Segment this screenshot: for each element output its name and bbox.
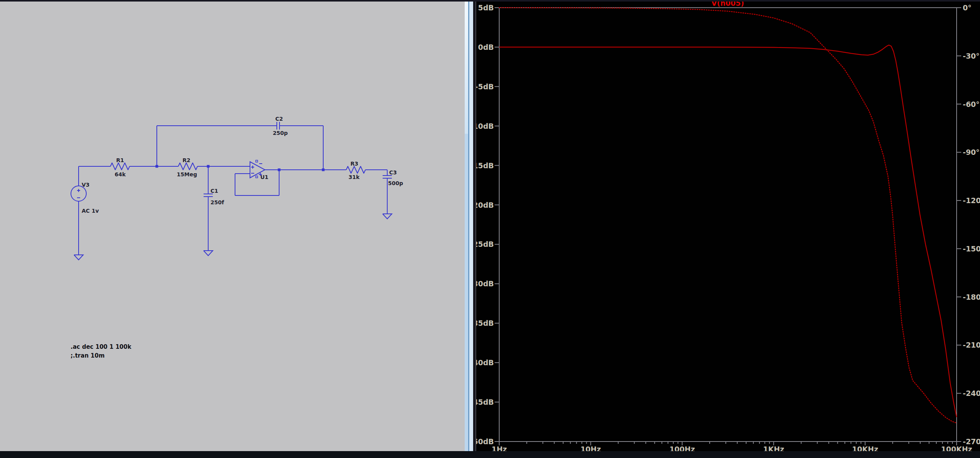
resistor-R3[interactable] — [346, 166, 365, 173]
label-C1-value[interactable]: 250f — [210, 199, 224, 205]
left-axis-label: -30dB — [476, 279, 494, 288]
resistor-R2[interactable] — [178, 163, 197, 170]
label-R2-name[interactable]: R2 — [183, 157, 191, 163]
left-axis-label: -15dB — [476, 161, 494, 170]
left-axis-label: -20dB — [476, 201, 494, 209]
right-axis-label: -210° — [963, 341, 980, 349]
freq-axis-label: 1KHz — [763, 445, 784, 451]
label-V3-value[interactable]: AC 1v — [82, 208, 99, 214]
label-V3-name[interactable]: V3 — [82, 182, 90, 188]
ground-symbol[interactable] — [383, 214, 392, 219]
label-C3-name[interactable]: C3 — [389, 169, 397, 176]
pane-scrollbar[interactable] — [465, 2, 473, 451]
label-U1-name[interactable]: U1 — [260, 174, 268, 180]
ground-symbol[interactable] — [204, 251, 213, 256]
label-R1-name[interactable]: R1 — [116, 157, 124, 163]
label-R3-value[interactable]: 31k — [349, 174, 360, 180]
label-R1-value[interactable]: 64k — [115, 171, 126, 177]
left-axis-label: -45dB — [476, 398, 494, 406]
label-C2-name[interactable]: C2 — [275, 116, 283, 122]
right-axis-label: -60° — [963, 100, 980, 108]
left-axis-label: 0dB — [478, 43, 494, 51]
left-axis-label: 5dB — [478, 3, 494, 12]
junction-dot — [322, 169, 325, 171]
right-axis-label: -30° — [963, 52, 980, 60]
opamp-vplus-pin — [256, 160, 258, 162]
trace-phase[interactable] — [499, 8, 957, 423]
pane-scrollbar-thumb[interactable] — [465, 2, 468, 134]
freq-axis-label: 10Hz — [580, 445, 601, 451]
waveform-pane[interactable]: V(n005) 5dB0dB-5dB-10dB-15dB-20dB-25dB-3… — [475, 2, 980, 451]
schematic-canvas[interactable]: R164kR215MegR331kC1250fC2250pC3500pV3AC … — [0, 2, 465, 451]
voltage-source-V3[interactable] — [71, 186, 86, 201]
freq-axis-label: 10KHz — [852, 445, 878, 451]
junction-dot — [156, 165, 158, 168]
status-bar — [0, 451, 980, 458]
opamp-vminus-pin — [256, 176, 258, 178]
left-axis-label: -35dB — [476, 319, 494, 327]
right-axis-label: -180° — [963, 293, 980, 301]
spice-directive-tran[interactable]: ;.tran 10m — [71, 352, 105, 359]
label-C2-value[interactable]: 250p — [273, 130, 288, 136]
right-axis-label: -270° — [963, 437, 980, 446]
schematic-pane[interactable]: R164kR215MegR331kC1250fC2250pC3500pV3AC … — [0, 2, 465, 451]
label-C1-name[interactable]: C1 — [210, 188, 218, 194]
left-axis-label: -40dB — [476, 358, 494, 367]
right-axis-label: 0° — [963, 3, 972, 12]
left-axis-label: -25dB — [476, 240, 494, 248]
freq-axis-label: 100KHz — [941, 445, 972, 451]
label-C3-value[interactable]: 500p — [388, 180, 403, 186]
label-R2-value[interactable]: 15Meg — [177, 171, 197, 177]
right-axis-label: -120° — [963, 196, 980, 205]
right-axis-label: -240° — [963, 389, 980, 397]
label-R3-name[interactable]: R3 — [350, 161, 358, 167]
left-axis-label: -10dB — [476, 122, 494, 130]
freq-axis-label: 1Hz — [492, 445, 507, 451]
plot-frame — [499, 8, 957, 442]
right-axis-label: -150° — [963, 245, 980, 253]
junction-dot — [207, 165, 210, 168]
resistor-R1[interactable] — [110, 163, 130, 170]
ground-symbol[interactable] — [74, 255, 83, 260]
left-axis-label: -50dB — [476, 437, 494, 446]
freq-axis-label: 100Hz — [669, 445, 695, 451]
right-axis-label: -90° — [963, 148, 980, 156]
trace-magnitude[interactable] — [499, 45, 957, 417]
left-axis-label: -5dB — [476, 82, 494, 91]
spice-directive-ac[interactable]: .ac dec 100 1 100k — [71, 343, 131, 350]
junction-dot — [278, 169, 281, 171]
waveform-canvas[interactable]: 5dB0dB-5dB-10dB-15dB-20dB-25dB-30dB-35dB… — [476, 2, 980, 451]
